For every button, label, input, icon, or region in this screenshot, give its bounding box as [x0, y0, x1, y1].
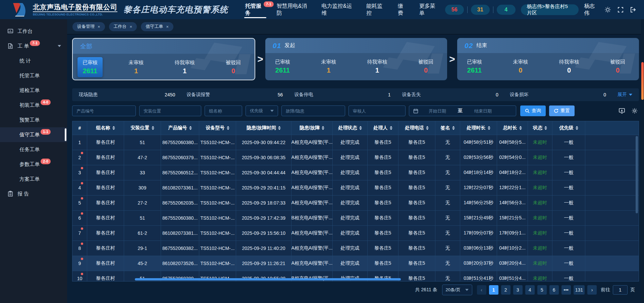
column-header-组名称[interactable]: 组名称	[87, 121, 124, 135]
sidebar-item-预警工单[interactable]: 预警工单	[0, 113, 67, 127]
table-row[interactable]: 1黎各庄村51867552060380...TS5102-HCM-...2025…	[72, 135, 639, 150]
sort-icon[interactable]	[359, 126, 362, 130]
date-range-picker[interactable]: 至	[409, 105, 516, 116]
more-pages-button[interactable]: •••	[561, 285, 571, 295]
next-page-button[interactable]: ›	[587, 285, 597, 295]
auditor-input[interactable]	[348, 105, 406, 116]
page-button[interactable]: 4	[525, 285, 535, 295]
table-row[interactable]: 4黎各庄村309861082073361...TS5102-HCM-...202…	[72, 180, 639, 195]
column-header-总时长[interactable]: 总时长	[497, 121, 528, 135]
product-code-input[interactable]	[72, 105, 136, 116]
table-row[interactable]: 3黎各庄村33867552060512...TS5102-HCM-...2025…	[72, 165, 639, 180]
table-row[interactable]: 8黎各庄村29-1867552060382...TS5102-HCM-...20…	[72, 241, 639, 256]
stage-card-结束[interactable]: 02结束已审核2611未审核0待我审核0被驳回0	[457, 38, 639, 80]
fault-input[interactable]	[281, 105, 345, 116]
reset-button[interactable]: 重置	[549, 105, 575, 116]
sidebar-item-初装工单[interactable]: 初装工单4-0	[0, 98, 67, 113]
sort-icon[interactable]	[426, 126, 429, 130]
sort-icon[interactable]	[519, 126, 522, 130]
column-header-隐患/故障[interactable]: 隐患/故障	[291, 121, 333, 135]
nav-item[interactable]: 托管服务7-1	[239, 0, 271, 19]
install-location-input[interactable]	[139, 105, 201, 116]
column-header-处理电话[interactable]: 处理电话	[398, 121, 435, 135]
close-icon[interactable]: ×	[166, 24, 169, 29]
sidebar-item-工单[interactable]: 工 单7-1	[0, 39, 67, 53]
alarm-counter[interactable]: 4	[497, 5, 516, 15]
page-button[interactable]: 6	[549, 285, 559, 295]
nav-item[interactable]: 电力监控&运维	[316, 0, 361, 19]
sort-icon[interactable]	[390, 126, 392, 130]
column-header-处理人[interactable]: 处理人	[368, 121, 398, 135]
alarm-counter[interactable]: 31	[471, 5, 490, 15]
sidebar-item-任务工单[interactable]: 任务工单	[0, 142, 67, 157]
page-button[interactable]: 131	[574, 285, 585, 295]
sidebar-item-方案工单[interactable]: 方案工单	[0, 172, 67, 186]
alarm-counter[interactable]: 56	[445, 5, 464, 15]
page-button[interactable]: 2	[501, 285, 511, 295]
sort-icon[interactable]	[452, 126, 455, 130]
table-row[interactable]: 5黎各庄村27-2867552062035...TS5102-HCM-...20…	[72, 195, 639, 210]
sort-icon[interactable]	[189, 126, 192, 130]
expand-link[interactable]: 展开	[618, 92, 632, 98]
stage-card-全部[interactable]: 全部已审核2611未审核1待我审核1被驳回0	[72, 38, 255, 80]
page-scrollbar-thumb[interactable]	[641, 62, 644, 100]
table-row[interactable]: 6黎各庄村51867552060380...TS5102-HCM-...2025…	[72, 210, 639, 225]
export-screen-icon[interactable]	[618, 106, 626, 115]
sort-icon[interactable]	[322, 126, 324, 130]
prev-page-button[interactable]: ‹	[477, 285, 486, 295]
column-header-隐患/故障时间[interactable]: 隐患/故障时间	[236, 121, 291, 135]
sidebar-item-报告[interactable]: 报 告	[0, 186, 67, 201]
scope-pill[interactable]: 杨志伟>黎各庄村5片区	[521, 4, 579, 15]
page-button[interactable]: 3	[513, 285, 523, 295]
sidebar-item-参数工单[interactable]: 参数工单2-0	[0, 157, 67, 172]
search-button[interactable]: 查询	[520, 105, 546, 116]
gear-icon[interactable]	[630, 106, 639, 115]
goto-page-input[interactable]	[613, 285, 628, 295]
sidebar-item-托管工单[interactable]: 托管工单	[0, 68, 67, 83]
priority-select[interactable]: 优先级	[246, 105, 278, 116]
sort-icon[interactable]	[227, 126, 229, 130]
nav-item[interactable]: 智慧用电&消防	[271, 0, 316, 19]
page-size-select[interactable]: 20条/页	[442, 285, 472, 295]
table-row[interactable]: 9黎各庄村45-2861082073526...TS5102-HCM-...20…	[72, 256, 639, 271]
table-row[interactable]: 7黎各庄村61-2861082073381...TS5102-HCM-...20…	[72, 225, 639, 241]
end-date-input[interactable]	[464, 108, 502, 114]
group-name-input[interactable]	[205, 105, 242, 116]
column-header-产品编号[interactable]: 产品编号	[161, 121, 199, 135]
nav-item[interactable]: 能耗监控	[361, 0, 392, 19]
sidebar-item-巡检工单[interactable]: 巡检工单	[0, 83, 67, 98]
sort-icon[interactable]	[576, 126, 578, 130]
stage-card-发起[interactable]: 01发起已审核2611未审核1待我审核1被驳回0	[265, 38, 447, 80]
page-button[interactable]: 1	[489, 285, 498, 295]
tab-工作台[interactable]: 工作台×	[109, 22, 137, 31]
logout-icon[interactable]	[630, 6, 637, 13]
fullscreen-icon[interactable]	[617, 6, 624, 13]
column-header-优先级[interactable]: 优先级	[552, 121, 585, 135]
column-header-安装位置[interactable]: 安装位置	[124, 121, 161, 135]
horizontal-scrollbar[interactable]	[135, 278, 401, 280]
sort-icon[interactable]	[112, 126, 115, 130]
nav-item[interactable]: 缴费	[392, 0, 414, 19]
sidebar-item-统计[interactable]: 统 计	[0, 53, 67, 68]
sidebar-item-工作台[interactable]: 工作台	[0, 24, 67, 39]
close-icon[interactable]: ×	[98, 24, 100, 29]
tab-设备管理[interactable]: 设备管理×	[72, 22, 105, 31]
tab-值守工单[interactable]: 值守工单×	[141, 22, 173, 31]
table-row[interactable]: 2黎各庄村47-2867552060379...TS5102-HCM-...20…	[72, 150, 639, 165]
nav-item[interactable]: 更多菜单	[414, 0, 445, 19]
column-header-处理状态[interactable]: 处理状态	[333, 121, 368, 135]
column-header-处理时长[interactable]: 处理时长	[460, 121, 497, 135]
column-header-状态[interactable]: 状态	[528, 121, 552, 135]
sidebar-item-值守工单[interactable]: 值守工单1-1	[0, 127, 67, 142]
close-icon[interactable]: ×	[130, 24, 132, 29]
sort-icon[interactable]	[152, 126, 154, 130]
sort-icon[interactable]	[488, 126, 490, 130]
sort-icon[interactable]	[544, 126, 547, 130]
table-vertical-scrollbar[interactable]	[636, 136, 638, 213]
sort-icon[interactable]	[278, 126, 281, 130]
start-date-input[interactable]	[418, 108, 457, 114]
theme-icon[interactable]	[604, 6, 611, 13]
column-header-设备型号[interactable]: 设备型号	[199, 121, 236, 135]
column-header-签名[interactable]: 签名	[435, 121, 460, 135]
page-button[interactable]: 5	[537, 285, 547, 295]
